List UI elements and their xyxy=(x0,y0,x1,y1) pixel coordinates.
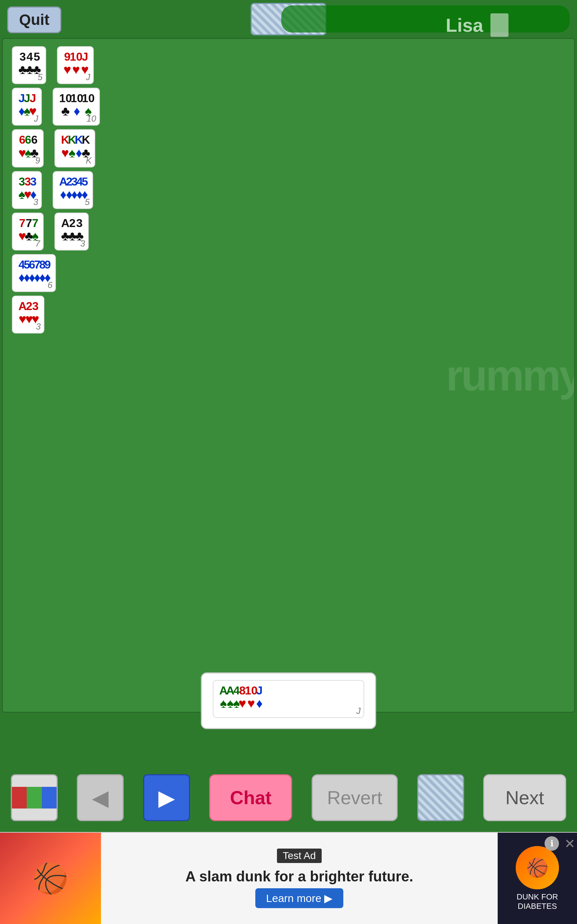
back-button[interactable]: ◀ xyxy=(77,774,124,821)
card-row-5: 7♥ 7♣ 7♠ 7 A♣ 2♣ 3♣ 3 xyxy=(12,213,565,250)
forward-button[interactable]: ▶ xyxy=(143,774,190,821)
ad-test-label: Test Ad xyxy=(277,848,322,863)
card-group-5[interactable]: 6♥ 6♠ 6♣ 9 xyxy=(12,129,44,167)
ad-cta-button[interactable]: Learn more ▶ xyxy=(255,888,343,908)
card-group-1[interactable]: 3♣ 4♣ 5♣ 5 xyxy=(12,46,46,84)
card-group-11[interactable]: 4♦ 5♦ 6♦ 7♦ 8♦ 9♦ 6 xyxy=(12,254,56,292)
next-button[interactable]: Next xyxy=(483,774,566,821)
card-group-4[interactable]: 10♣ 10♦ 10♠ 10 xyxy=(53,88,100,126)
card-group-3[interactable]: J♦ J♠ J♥ J xyxy=(12,88,42,126)
quit-button[interactable]: Quit xyxy=(7,6,61,33)
discard-slot[interactable] xyxy=(417,774,464,821)
card-row-1: 3♣ 4♣ 5♣ 5 9♥ 10♥ J♥ J xyxy=(12,46,565,84)
game-area: rummy 3♣ 4♣ 5♣ 5 9♥ 10♥ J♥ J xyxy=(2,38,575,713)
color-bar-red xyxy=(12,787,27,809)
top-bar: Quit Lisa xyxy=(0,0,577,40)
ad-banner: 🏀 Test Ad A slam dunk for a brighter fut… xyxy=(0,832,577,924)
player-hand-area[interactable]: A♠ A♠ 4♠ 8♥ 10♥ J♦ J xyxy=(201,672,376,729)
ad-logo-circle: 🏀 xyxy=(516,846,559,889)
ad-close-icon[interactable]: ✕ xyxy=(564,836,575,851)
card-group-10[interactable]: A♣ 2♣ 3♣ 3 xyxy=(55,213,89,250)
card-group-7[interactable]: 3♠ 3♥ 3♦ 3 xyxy=(12,171,42,209)
card-row-6: 4♦ 5♦ 6♦ 7♦ 8♦ 9♦ 6 xyxy=(12,254,565,292)
card-group-9[interactable]: 7♥ 7♣ 7♠ 7 xyxy=(12,213,44,250)
player-hand-group[interactable]: A♠ A♠ 4♠ 8♥ 10♥ J♦ J xyxy=(213,680,364,718)
color-bar-blue xyxy=(42,787,56,809)
ad-info-icon[interactable]: ℹ xyxy=(545,836,559,851)
color-bars-inner xyxy=(12,787,56,809)
card-row-4: 3♠ 3♥ 3♦ 3 A♦ 2♦ 3♦ 4♦ 5♦ 5 xyxy=(12,171,565,209)
chat-button[interactable]: Chat xyxy=(209,774,292,821)
card-group-12[interactable]: A♥ 2♥ 3♥ 3 xyxy=(12,296,44,333)
bottom-bar: ◀ ▶ Chat Revert Next xyxy=(0,765,577,830)
card-group-2[interactable]: 9♥ 10♥ J♥ J xyxy=(57,46,94,84)
card-groups: 3♣ 4♣ 5♣ 5 9♥ 10♥ J♥ J J♦ xyxy=(3,39,574,341)
card-group-8[interactable]: A♦ 2♦ 3♦ 4♦ 5♦ 5 xyxy=(53,171,93,209)
score-bar: Lisa xyxy=(281,5,570,32)
color-bars-button[interactable] xyxy=(11,774,58,821)
ad-headline: A slam dunk for a brighter future. xyxy=(112,868,487,885)
card-row-2: J♦ J♠ J♥ J 10♣ 10♦ 10♠ 10 xyxy=(12,88,565,126)
ad-content: Test Ad A slam dunk for a brighter futur… xyxy=(101,842,498,915)
card-group-6[interactable]: K♥ K♠ K♦ K♣ K xyxy=(55,129,95,167)
ad-logo-text: DUNK FORDIABETES xyxy=(517,892,558,911)
card-row-3: 6♥ 6♠ 6♣ 9 K♥ K♠ K♦ K♣ K xyxy=(12,129,565,167)
color-bar-green xyxy=(27,787,42,809)
card-row-7: A♥ 2♥ 3♥ 3 xyxy=(12,296,565,333)
player-bar-indicator xyxy=(490,13,508,37)
player-name: Lisa xyxy=(446,15,483,36)
rummy-watermark: rummy xyxy=(446,351,575,400)
ad-image: 🏀 xyxy=(0,832,101,924)
revert-button[interactable]: Revert xyxy=(311,774,398,821)
